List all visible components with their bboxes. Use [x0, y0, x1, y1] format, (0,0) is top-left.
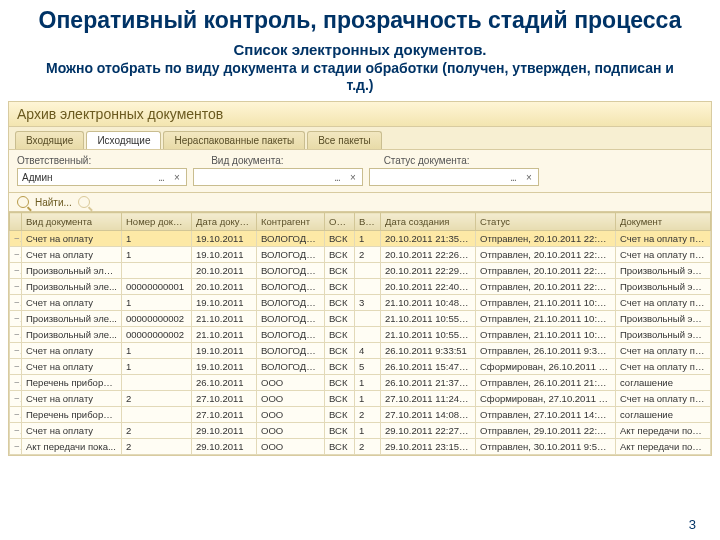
window-title: Архив электронных документов — [9, 102, 711, 127]
subtitle-2: Можно отобрать по виду документа и стади… — [40, 60, 680, 94]
page-number: 3 — [689, 517, 696, 532]
col-created[interactable]: Дата создания — [381, 213, 476, 231]
filter-inputs-row: Админ ... × ... × ... × — [9, 168, 711, 193]
ellipsis-icon[interactable]: ... — [506, 170, 520, 184]
docstatus-combo[interactable]: ... × — [369, 168, 539, 186]
row-marker: − — [10, 311, 22, 327]
row-marker: − — [10, 327, 22, 343]
app-window: Архив электронных документов Входящие Ис… — [8, 101, 712, 456]
table-row[interactable]: −Счет на оплату227.10.2011ОООВСК127.10.2… — [10, 391, 711, 407]
responsible-combo[interactable]: Админ ... × — [17, 168, 187, 186]
table-row[interactable]: −Перечень приборов...27.10.2011ОООВСК227… — [10, 407, 711, 423]
label-doc-status: Статус документа: — [384, 155, 470, 166]
row-marker: − — [10, 407, 22, 423]
search-icon[interactable] — [78, 196, 90, 208]
table-row[interactable]: −Акт передачи пока...229.10.2011ОООВСК22… — [10, 439, 711, 455]
col-document[interactable]: Документ — [616, 213, 711, 231]
find-label[interactable]: Найти... — [35, 197, 72, 208]
find-bar: Найти... — [9, 193, 711, 212]
search-icon[interactable] — [17, 196, 29, 208]
tab-incoming[interactable]: Входящие — [15, 131, 84, 149]
row-marker: − — [10, 247, 22, 263]
col-counterparty[interactable]: Контрагент — [257, 213, 325, 231]
col-mark[interactable] — [10, 213, 22, 231]
documents-table[interactable]: Вид документа Номер документа Дата докум… — [9, 212, 711, 455]
tab-unpacked[interactable]: Нераспакованные пакеты — [163, 131, 305, 149]
ellipsis-icon[interactable]: ... — [154, 170, 168, 184]
tab-bar: Входящие Исходящие Нераспакованные пакет… — [9, 127, 711, 150]
table-row[interactable]: −Счет на оплату119.10.2011ВОЛОГОДСК...ВС… — [10, 343, 711, 359]
clear-icon[interactable]: × — [522, 170, 536, 184]
table-row[interactable]: −Произвольный эле...0000000000221.10.201… — [10, 327, 711, 343]
row-marker: − — [10, 359, 22, 375]
ellipsis-icon[interactable]: ... — [330, 170, 344, 184]
row-marker: − — [10, 295, 22, 311]
col-doc-type[interactable]: Вид документа — [22, 213, 122, 231]
row-marker: − — [10, 279, 22, 295]
table-row[interactable]: −Счет на оплату119.10.2011ВОЛОГОДСК...ВС… — [10, 231, 711, 247]
clear-icon[interactable]: × — [170, 170, 184, 184]
col-status[interactable]: Статус — [476, 213, 616, 231]
filter-labels-row: Ответственный: Вид документа: Статус док… — [9, 150, 711, 168]
table-row[interactable]: −Произвольный эле...0000000000120.10.201… — [10, 279, 711, 295]
row-marker: − — [10, 439, 22, 455]
row-marker: − — [10, 263, 22, 279]
label-responsible: Ответственный: — [17, 155, 91, 166]
table-row[interactable]: −Счет на оплату229.10.2011ОООВСК129.10.2… — [10, 423, 711, 439]
row-marker: − — [10, 375, 22, 391]
row-marker: − — [10, 423, 22, 439]
tab-outgoing[interactable]: Исходящие — [86, 131, 161, 149]
table-header-row: Вид документа Номер документа Дата докум… — [10, 213, 711, 231]
label-doc-type: Вид документа: — [211, 155, 283, 166]
table-row[interactable]: −Произвольный эле...0000000000221.10.201… — [10, 311, 711, 327]
table-row[interactable]: −Перечень приборов...26.10.2011ОООВСК126… — [10, 375, 711, 391]
row-marker: − — [10, 391, 22, 407]
clear-icon[interactable]: × — [346, 170, 360, 184]
col-doc-date[interactable]: Дата документа — [192, 213, 257, 231]
row-marker: − — [10, 343, 22, 359]
doctype-combo[interactable]: ... × — [193, 168, 363, 186]
row-marker: − — [10, 231, 22, 247]
table-row[interactable]: −Счет на оплату119.10.2011ВОЛОГОДСК...ВС… — [10, 295, 711, 311]
tab-all[interactable]: Все пакеты — [307, 131, 381, 149]
col-org[interactable]: Орг... — [325, 213, 355, 231]
table-row[interactable]: −Счет на оплату119.10.2011ВОЛОГОДСК...ВС… — [10, 359, 711, 375]
slide-title: Оперативный контроль, прозрачность стади… — [20, 6, 700, 35]
col-ve[interactable]: Ве... — [355, 213, 381, 231]
table-row[interactable]: −Произвольный электронный документ20.10.… — [10, 263, 711, 279]
subtitle-1: Список электронных документов. — [30, 41, 690, 58]
col-doc-num[interactable]: Номер документа — [122, 213, 192, 231]
responsible-value: Админ — [22, 172, 152, 183]
table-row[interactable]: −Счет на оплату119.10.2011ВОЛОГОДСК...ВС… — [10, 247, 711, 263]
